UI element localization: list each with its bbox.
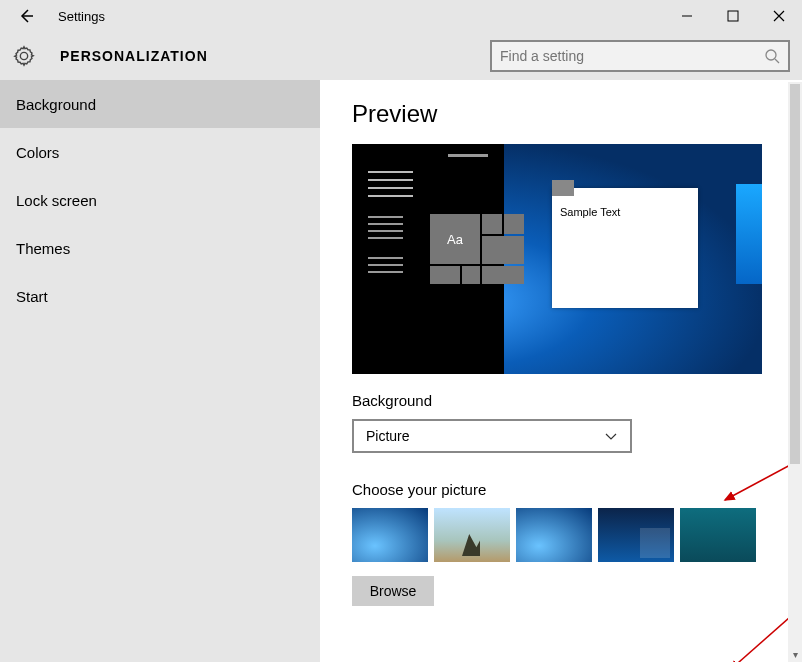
browse-button[interactable]: Browse xyxy=(352,576,434,606)
minimize-button[interactable] xyxy=(664,1,710,31)
sidebar-item-label: Start xyxy=(16,288,48,305)
sidebar-item-label: Themes xyxy=(16,240,70,257)
sidebar-item-lock-screen[interactable]: Lock screen xyxy=(0,176,320,224)
sidebar-item-label: Colors xyxy=(16,144,59,161)
preview-box: Aa Sample Text xyxy=(352,144,762,374)
search-box[interactable] xyxy=(490,40,790,72)
search-icon xyxy=(764,48,780,64)
content-pane: Preview Aa Sample Text Backg xyxy=(320,80,802,662)
arrow-left-icon xyxy=(17,7,35,25)
sidebar-item-colors[interactable]: Colors xyxy=(0,128,320,176)
preview-tile: Aa xyxy=(430,214,480,264)
preview-sample-window: Sample Text xyxy=(552,188,698,308)
close-icon xyxy=(773,10,785,22)
dropdown-value: Picture xyxy=(366,428,410,444)
svg-rect-0 xyxy=(728,11,738,21)
picture-thumb[interactable] xyxy=(598,508,674,562)
sidebar-item-background[interactable]: Background xyxy=(0,80,320,128)
background-dropdown[interactable]: Picture xyxy=(352,419,632,453)
scroll-thumb[interactable] xyxy=(790,84,800,464)
picture-thumb[interactable] xyxy=(434,508,510,562)
window-controls xyxy=(664,1,802,31)
picture-thumbnails xyxy=(352,508,770,562)
sidebar-item-label: Background xyxy=(16,96,96,113)
background-label: Background xyxy=(352,392,770,409)
page-title: PERSONALIZATION xyxy=(60,48,208,64)
svg-point-1 xyxy=(766,50,776,60)
back-button[interactable] xyxy=(12,2,40,30)
sidebar-item-start[interactable]: Start xyxy=(0,272,320,320)
picture-thumb[interactable] xyxy=(516,508,592,562)
choose-picture-label: Choose your picture xyxy=(352,481,770,498)
preview-sample-text: Sample Text xyxy=(552,196,698,228)
gear-icon xyxy=(12,44,36,68)
scrollbar[interactable]: ▴ ▾ xyxy=(788,82,802,662)
maximize-icon xyxy=(727,10,739,22)
scroll-down-icon[interactable]: ▾ xyxy=(788,646,802,662)
window-title: Settings xyxy=(58,9,105,24)
titlebar: Settings xyxy=(0,0,802,32)
sidebar-item-label: Lock screen xyxy=(16,192,97,209)
preview-heading: Preview xyxy=(352,100,770,128)
picture-thumb[interactable] xyxy=(680,508,756,562)
sidebar-item-themes[interactable]: Themes xyxy=(0,224,320,272)
search-input[interactable] xyxy=(500,48,764,64)
maximize-button[interactable] xyxy=(710,1,756,31)
picture-thumb[interactable] xyxy=(352,508,428,562)
close-button[interactable] xyxy=(756,1,802,31)
preview-tile-text: Aa xyxy=(447,232,463,247)
minimize-icon xyxy=(681,10,693,22)
sidebar: Background Colors Lock screen Themes Sta… xyxy=(0,80,320,662)
chevron-down-icon xyxy=(604,429,618,443)
header: PERSONALIZATION xyxy=(0,32,802,80)
